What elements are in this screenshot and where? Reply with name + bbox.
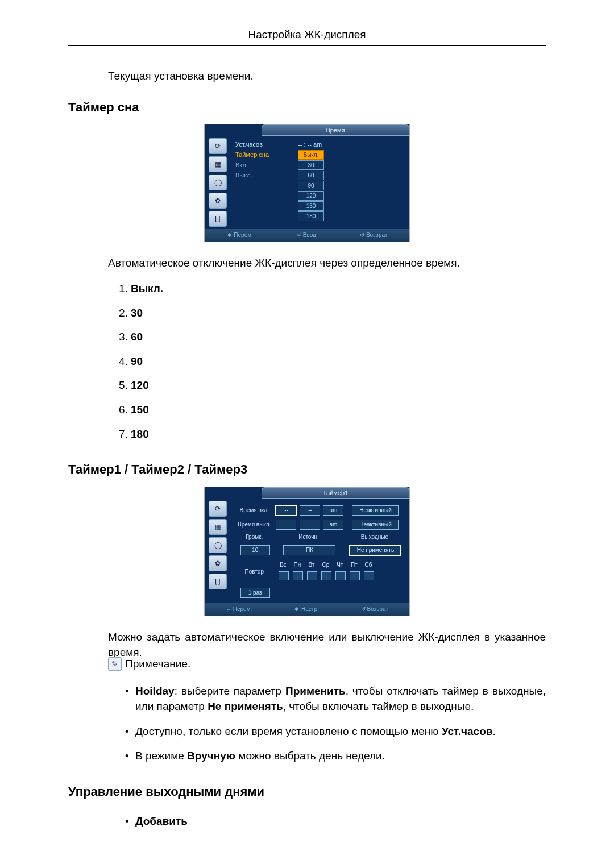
osd-day-label: Сб: [363, 560, 375, 570]
osd-field-selected: Не применять: [349, 545, 401, 556]
osd-option: 90: [298, 181, 324, 190]
list-item: 90: [131, 350, 546, 374]
osd-day-label: Пт: [349, 560, 360, 570]
osd-tab-icon: ⟳: [209, 501, 227, 517]
osd-title: Таймер1: [262, 487, 409, 499]
list-item: Доступно, только если время установлено …: [125, 719, 546, 744]
osd-footer-hint: ⏎ Ввод: [297, 231, 316, 239]
osd-day-checkbox: [350, 571, 360, 580]
osd-day-label: Пн: [292, 560, 304, 570]
osd-day-checkbox: [293, 571, 303, 580]
osd-title: Время: [262, 124, 409, 136]
header-rule: [68, 45, 546, 46]
osd-option: 120: [298, 191, 324, 201]
osd-menu-item-selected: Таймер сна: [235, 149, 298, 160]
list-item: В режиме Вручную можно выбрать день неде…: [125, 744, 546, 769]
sleep-description: Автоматическое отключение ЖК-дисплея чер…: [108, 256, 546, 271]
osd-day-label: Вс: [278, 560, 289, 570]
osd-option-selected: Выкл.: [298, 150, 324, 160]
osd-clock-value: -- : -- am: [298, 139, 409, 149]
osd-field-selected: --: [275, 505, 297, 516]
intro-text: Текущая установка времени.: [108, 69, 546, 84]
osd-label: Время вкл.: [237, 504, 273, 517]
page-header: Настройка ЖК-дисплея: [68, 28, 546, 45]
osd-field: am: [323, 505, 343, 516]
list-item: Hoilday: выберите параметр Применить, чт…: [125, 679, 546, 719]
osd-tab-icon: ◯: [209, 175, 227, 190]
osd-tab-icon: ▦: [209, 156, 227, 172]
note-icon: ✎: [108, 657, 122, 671]
osd-tab-icon: ✿: [209, 555, 227, 571]
osd-sleep-screenshot: Время ⟳ ▦ ◯ ✿ ⌊⌋ Уст.часов Таймер сна Вк…: [204, 124, 410, 242]
osd-tab-icon: ⌊⌋: [209, 211, 227, 227]
osd-field: am: [323, 520, 343, 530]
osd-field: --: [300, 505, 320, 516]
osd-label: Повтор: [237, 559, 273, 585]
osd-footer-hint: ↺ Возврат: [361, 605, 388, 613]
osd-timer-screenshot: Таймер1 ⟳ ▦ ◯ ✿ ⌊⌋ Время вкл. -- --: [204, 487, 410, 616]
osd-label: Громк.: [237, 533, 273, 542]
footer-rule: [68, 828, 546, 828]
list-item: 120: [131, 373, 546, 398]
heading-holiday-mgmt: Управление выходными днями: [68, 783, 546, 801]
osd-field: 10: [240, 545, 270, 555]
osd-day-checkbox: [364, 571, 374, 580]
osd-tab-icon: ⟳: [209, 138, 227, 154]
list-item: 60: [131, 325, 546, 350]
osd-footer-hint: ↺ Возврат: [360, 231, 387, 239]
osd-day-checkbox: [307, 571, 317, 580]
osd-footer-hint: ⯁ Настр.: [294, 605, 318, 613]
list-item: Добавить: [125, 809, 546, 834]
osd-day-checkbox: [321, 571, 331, 580]
osd-field: --: [276, 520, 296, 530]
osd-field: ПК: [283, 545, 335, 555]
osd-tab-icon: ▦: [209, 519, 227, 535]
osd-option: 30: [298, 160, 324, 170]
osd-day-label: Чт: [335, 560, 346, 570]
osd-menu-item-dim: Выкл.: [235, 170, 298, 180]
osd-footer-hint: ⯁ Перем.: [227, 231, 253, 239]
list-item: 150: [131, 398, 546, 422]
osd-menu-item: Уст.часов: [235, 139, 298, 149]
osd-label: Время выкл.: [237, 519, 273, 530]
osd-tab-icon: ✿: [209, 193, 227, 209]
list-item: Выкл.: [131, 277, 546, 301]
osd-tab-icon: ⌊⌋: [209, 574, 227, 589]
osd-day-checkbox: [279, 571, 289, 580]
osd-field: --: [300, 520, 320, 530]
osd-option: 180: [298, 211, 324, 221]
sleep-options-list: Выкл. 30 60 90 120 150 180: [68, 277, 546, 446]
osd-footer-hint: ↔ Перем.: [226, 605, 252, 613]
osd-field: 1 раз: [240, 588, 270, 598]
heading-timers: Таймер1 / Таймер2 / Таймер3: [68, 461, 546, 479]
osd-day-label: Ср: [321, 560, 332, 570]
osd-tab-icon: ◯: [209, 537, 227, 553]
note-label: Примечание.: [125, 657, 190, 672]
osd-day-label: Вт: [306, 560, 318, 570]
heading-sleep-timer: Таймер сна: [68, 99, 546, 117]
osd-menu-item-dim: Вкл.: [235, 160, 298, 170]
osd-label: Выходные: [349, 533, 402, 542]
osd-day-checkbox: [335, 571, 346, 580]
list-item: 30: [131, 301, 546, 326]
osd-field: Неактивный: [352, 520, 399, 530]
osd-label: Источн.: [275, 533, 344, 542]
osd-option: 60: [298, 171, 324, 180]
osd-field: Неактивный: [352, 505, 399, 516]
timers-description: Можно задать автоматическое включение ил…: [108, 630, 546, 660]
list-item: 180: [131, 422, 546, 447]
osd-option: 150: [298, 201, 324, 211]
